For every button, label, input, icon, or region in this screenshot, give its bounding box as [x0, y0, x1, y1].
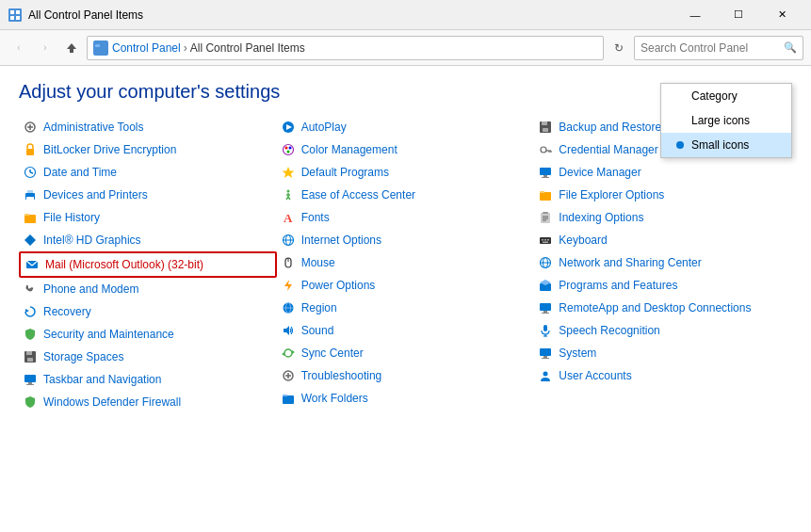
list-item[interactable]: File History [19, 206, 277, 229]
list-item[interactable]: Indexing Options [534, 206, 792, 229]
search-input[interactable] [641, 41, 784, 55]
list-item[interactable]: Keyboard [534, 229, 792, 251]
svg-rect-86 [543, 325, 547, 331]
list-item[interactable]: Intel® HD Graphics [19, 229, 277, 251]
svg-rect-15 [27, 190, 33, 193]
list-item[interactable]: Administrative Tools [19, 116, 277, 138]
item-label: Recovery [43, 305, 91, 318]
column-2: AutoPlayColor ManagementDefault Programs… [277, 116, 535, 413]
list-item[interactable]: Ease of Access Center [277, 184, 535, 206]
item-icon [281, 187, 296, 202]
svg-rect-24 [27, 358, 33, 362]
item-label: File Explorer Options [559, 188, 664, 202]
svg-marker-48 [292, 350, 295, 354]
list-item[interactable]: Default Programs [277, 161, 535, 184]
refresh-button[interactable]: ↻ [608, 37, 630, 59]
svg-rect-89 [540, 348, 551, 356]
list-item[interactable]: Storage Spaces [19, 346, 277, 368]
list-item[interactable]: Speech Recognition [534, 319, 792, 342]
list-item[interactable]: Color Management [277, 138, 535, 161]
back-button[interactable]: ‹ [8, 37, 30, 59]
list-item[interactable]: Mail (Microsoft Outlook) (32-bit) [19, 251, 277, 278]
item-label: Mouse [301, 256, 335, 269]
list-item[interactable]: Taskbar and Navigation [19, 368, 277, 391]
svg-rect-65 [540, 192, 551, 201]
item-label: Color Management [301, 143, 397, 156]
item-icon [538, 233, 553, 248]
close-button[interactable]: ✕ [760, 0, 803, 30]
svg-point-35 [286, 190, 289, 193]
item-label: AutoPlay [301, 121, 347, 134]
svg-rect-27 [26, 384, 34, 385]
item-icon [23, 187, 38, 202]
list-item[interactable]: Power Options [277, 274, 535, 297]
svg-rect-2 [16, 10, 20, 14]
list-item[interactable]: System [534, 342, 792, 364]
list-item[interactable]: BitLocker Drive Encryption [19, 138, 277, 161]
svg-rect-75 [547, 239, 549, 241]
empty-dot [676, 92, 684, 100]
item-label: Fonts [301, 211, 330, 224]
svg-line-13 [30, 172, 33, 173]
maximize-button[interactable]: ☐ [717, 0, 760, 30]
list-item[interactable]: Phone and Modem [19, 278, 277, 300]
item-icon [538, 187, 553, 202]
item-label: Region [301, 301, 337, 314]
svg-point-32 [288, 147, 291, 150]
list-item[interactable]: Devices and Printers [19, 184, 277, 206]
minimize-button[interactable]: — [673, 0, 717, 30]
list-item[interactable]: Programs and Features [534, 274, 792, 297]
list-item[interactable]: Work Folders [277, 387, 535, 410]
dropdown-item[interactable]: Small icons [661, 133, 791, 157]
list-item[interactable]: Troubleshooting [277, 364, 535, 387]
address-path[interactable]: Control Panel › All Control Panel Items [87, 36, 604, 60]
item-label: Device Manager [559, 166, 641, 179]
svg-rect-66 [540, 191, 544, 193]
list-item[interactable]: Internet Options [277, 229, 535, 251]
list-item[interactable]: Sound [277, 319, 535, 342]
dropdown-item[interactable]: Large icons [661, 108, 791, 133]
item-label: Sync Center [301, 347, 364, 360]
up-button[interactable] [60, 37, 83, 59]
list-item[interactable]: AutoPlay [277, 116, 535, 138]
item-label: Work Folders [301, 392, 368, 405]
list-item[interactable]: Recovery [19, 300, 277, 323]
item-label: Ease of Access Center [301, 188, 415, 202]
list-item[interactable]: Date and Time [19, 161, 277, 184]
item-label: Indexing Options [559, 211, 643, 224]
list-item[interactable]: Security and Maintenance [19, 323, 277, 346]
titlebar-controls: — ☐ ✕ [673, 0, 803, 30]
item-icon [281, 323, 296, 338]
svg-rect-18 [24, 214, 29, 216]
list-item[interactable]: Mouse [277, 251, 535, 274]
list-item[interactable]: Region [277, 297, 535, 319]
list-item[interactable]: AFonts [277, 206, 535, 229]
forward-button[interactable]: › [34, 37, 57, 59]
addressbar: ‹ › Control Panel › All Control Panel It… [0, 30, 811, 66]
item-label: Default Programs [301, 166, 389, 179]
item-icon [281, 142, 296, 157]
dropdown-item[interactable]: Category [661, 84, 791, 108]
item-icon [538, 255, 553, 270]
list-item[interactable]: RemoteApp and Desktop Connections [534, 297, 792, 319]
path-part-2: All Control Panel Items [190, 41, 305, 55]
item-icon [23, 395, 38, 410]
item-icon [281, 120, 296, 135]
item-icon [281, 391, 296, 406]
svg-rect-25 [24, 375, 36, 382]
dropdown-item-label: Small icons [691, 138, 749, 152]
svg-rect-83 [540, 303, 551, 311]
item-label: Taskbar and Navigation [43, 373, 161, 386]
svg-rect-90 [543, 356, 547, 358]
list-item[interactable]: Windows Defender Firewall [19, 391, 277, 413]
svg-marker-47 [284, 326, 289, 335]
dropdown-item-label: Large icons [691, 114, 750, 127]
list-item[interactable]: Device Manager [534, 161, 792, 184]
list-item[interactable]: User Accounts [534, 364, 792, 387]
search-box[interactable]: 🔍 [634, 36, 803, 60]
list-item[interactable]: Network and Sharing Center [534, 251, 792, 274]
list-item[interactable]: Sync Center [277, 342, 535, 364]
item-icon [538, 323, 553, 338]
list-item[interactable]: File Explorer Options [534, 184, 792, 206]
item-icon [23, 372, 38, 387]
